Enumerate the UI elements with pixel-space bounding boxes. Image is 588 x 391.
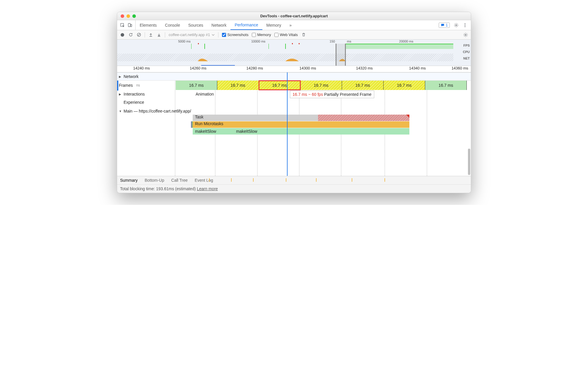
flame-long-task[interactable] (318, 115, 409, 121)
panel-settings-icon[interactable] (463, 33, 468, 37)
learn-more-link[interactable]: Learn more (197, 186, 218, 191)
tab-call-tree[interactable]: Call Tree (171, 178, 188, 183)
reload-icon[interactable] (128, 33, 133, 37)
svg-line-9 (138, 34, 140, 36)
checkbox-memory[interactable]: Memory (252, 33, 271, 37)
frame-block[interactable]: 16.7 ms (176, 81, 217, 90)
frame-block[interactable]: 16.7 ms (217, 81, 259, 90)
kebab-icon[interactable] (463, 23, 467, 28)
svg-point-7 (121, 33, 124, 37)
timeline-body[interactable]: ▶Network Frames ns 16.7 ms 16.7 ms 16.7 … (117, 72, 471, 176)
recording-select[interactable]: coffee-cart.netlify.app #1 (169, 33, 215, 37)
overview-pane[interactable]: 5000 ms 10000 ms 150 ms 20000 ms FPS CPU… (117, 40, 471, 66)
tab-event-log[interactable]: Event Log (195, 178, 213, 183)
svg-point-6 (465, 26, 466, 27)
chevron-right-icon[interactable]: ▶ (119, 75, 122, 78)
frame-block[interactable]: 16.7 ms (300, 81, 342, 90)
device-icon[interactable] (128, 23, 132, 28)
overview-labels: FPS CPU NET (463, 44, 470, 63)
time-ruler: 14240 ms 14260 ms 14280 ms 14300 ms 1432… (117, 66, 471, 72)
long-task-marker-icon (406, 115, 409, 118)
frame-block[interactable]: 16.7 ms (425, 81, 467, 90)
svg-point-4 (465, 23, 466, 24)
titlebar: DevTools - coffee-cart.netlify.app/cart (117, 12, 471, 20)
tab-memory[interactable]: Memory (262, 20, 286, 30)
flame-makeitslow[interactable]: makeItSlowmakeItSlow (193, 128, 409, 135)
message-icon (441, 23, 445, 27)
trash-icon[interactable] (301, 33, 306, 37)
main-tabs: Elements Console Sources Network Perform… (136, 20, 296, 30)
record-icon[interactable] (120, 33, 125, 37)
bottom-tab-bar: Summary Bottom-Up Call Tree Event Log (117, 176, 471, 184)
svg-point-3 (456, 24, 457, 25)
overview-ticks: 5000 ms 10000 ms 150 ms 20000 ms (117, 40, 453, 44)
frame-tooltip: 16.7 ms ~ 60 fps Partially Presented Fra… (290, 91, 374, 98)
svg-rect-2 (131, 24, 132, 27)
tab-performance[interactable]: Performance (230, 20, 262, 30)
upload-icon[interactable] (148, 33, 153, 37)
svg-point-5 (465, 25, 466, 25)
settings-icon[interactable] (454, 23, 459, 28)
inspect-icon[interactable] (120, 23, 125, 28)
frame-block-selected[interactable]: 16.7 ms (259, 81, 300, 90)
main-tab-bar: Elements Console Sources Network Perform… (117, 20, 471, 30)
row-experience[interactable]: ▶Experience (117, 98, 471, 106)
window-title: DevTools - coffee-cart.netlify.app/cart (117, 14, 471, 18)
flame-chart[interactable]: Task Run Microtasks makeItSlowmakeItSlow (193, 115, 467, 135)
checkbox-screenshots[interactable]: Screenshots (222, 33, 248, 37)
scrollbar[interactable] (468, 149, 470, 175)
flame-microtasks[interactable] (193, 121, 409, 128)
tab-sources[interactable]: Sources (184, 20, 207, 30)
row-network[interactable]: ▶Network (117, 72, 471, 81)
devtools-window: DevTools - coffee-cart.netlify.app/cart … (117, 12, 471, 193)
chevron-down-icon (212, 34, 215, 36)
svg-rect-1 (128, 23, 130, 27)
tab-bottom-up[interactable]: Bottom-Up (145, 178, 164, 183)
tab-console[interactable]: Console (161, 20, 184, 30)
tab-summary[interactable]: Summary (120, 178, 138, 183)
tab-network[interactable]: Network (207, 20, 230, 30)
frame-block[interactable]: 16.7 ms (342, 81, 384, 90)
download-icon[interactable] (157, 33, 161, 37)
tab-elements[interactable]: Elements (136, 20, 161, 30)
issues-badge[interactable]: 1 (439, 23, 450, 28)
row-frames[interactable]: Frames ns 16.7 ms 16.7 ms 16.7 ms 16.7 m… (117, 81, 471, 90)
row-main[interactable]: ▼Main — https://coffee-cart.netlify.app/ (117, 106, 471, 115)
tabs-overflow[interactable]: » (285, 20, 296, 30)
overview-selection[interactable] (336, 44, 346, 66)
checkbox-webvitals[interactable]: Web Vitals (274, 33, 298, 37)
perf-toolbar: coffee-cart.netlify.app #1 Screenshots M… (117, 30, 471, 40)
chevron-down-icon[interactable]: ▼ (119, 110, 122, 113)
svg-point-10 (465, 34, 466, 35)
chevron-right-icon[interactable]: ▶ (119, 93, 122, 96)
status-bar: Total blocking time: 193.61ms (estimated… (117, 184, 471, 193)
playhead[interactable] (287, 72, 288, 176)
frame-block[interactable]: 16.7 ms (384, 81, 425, 90)
clear-icon[interactable] (136, 33, 141, 37)
